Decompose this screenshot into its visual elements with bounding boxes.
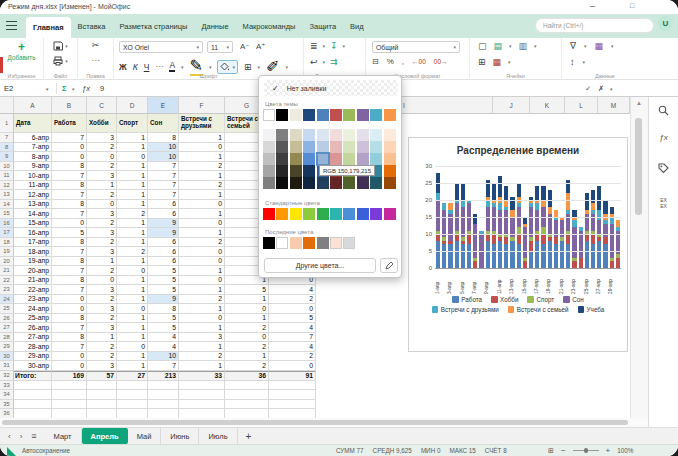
chart-bar[interactable]: [455, 183, 459, 268]
chart-bar[interactable]: [442, 203, 446, 268]
ribbon-tab-Вставка[interactable]: Вставка: [71, 14, 113, 38]
value-cell[interactable]: 5: [148, 266, 179, 276]
font-color-icon[interactable]: А: [169, 61, 175, 72]
recent-color-swatch[interactable]: [276, 237, 288, 249]
row-header-24[interactable]: 24: [0, 295, 14, 305]
value-cell[interactable]: 2: [179, 295, 225, 305]
confirm-icon[interactable]: ✓: [585, 82, 591, 95]
ribbon-tab-Данные[interactable]: Данные: [194, 14, 235, 38]
value-cell[interactable]: 8: [52, 200, 87, 210]
tint-swatch[interactable]: [330, 141, 342, 153]
row-header-15[interactable]: 15: [0, 209, 14, 219]
empty-cell[interactable]: [87, 381, 117, 391]
value-cell[interactable]: 6: [148, 238, 179, 248]
value-cell[interactable]: 9: [148, 219, 179, 229]
totals-value-cell[interactable]: 213: [148, 371, 179, 381]
cut-icon[interactable]: ✂: [92, 40, 100, 50]
insert-column-icon[interactable]: ▥: [519, 41, 528, 51]
tint-swatch[interactable]: [384, 165, 396, 177]
recent-color-swatch[interactable]: [263, 237, 275, 249]
chart-bar[interactable]: [510, 197, 514, 268]
sheet-tab-Май[interactable]: Май: [128, 428, 162, 444]
header-cell-1[interactable]: Дата: [14, 114, 52, 133]
tint-swatch[interactable]: [276, 153, 288, 165]
filter-icon[interactable]: ∇: [570, 41, 576, 51]
value-cell[interactable]: 8: [52, 276, 87, 286]
empty-cell[interactable]: [269, 409, 316, 418]
value-cell[interactable]: 0: [52, 352, 87, 362]
row-header-11[interactable]: 11: [0, 171, 14, 181]
standard-color-swatch[interactable]: [263, 208, 275, 220]
empty-cell[interactable]: [269, 390, 316, 400]
value-cell[interactable]: 10: [148, 352, 179, 362]
row-header-27[interactable]: 27: [0, 323, 14, 333]
value-cell[interactable]: 1: [179, 228, 225, 238]
chart-bar[interactable]: [585, 193, 589, 268]
comma-style-icon[interactable]: ,: [402, 57, 404, 66]
tint-swatch[interactable]: [384, 129, 396, 141]
column-header-A[interactable]: A: [14, 97, 52, 114]
totals-value-cell[interactable]: 91: [269, 371, 316, 381]
value-cell[interactable]: 2: [179, 238, 225, 248]
value-cell[interactable]: 1: [117, 200, 148, 210]
column-header-B[interactable]: B: [52, 97, 87, 114]
value-cell[interactable]: 2: [225, 323, 269, 333]
value-cell[interactable]: 0: [87, 276, 117, 286]
function-icon[interactable]: ƒx: [82, 82, 90, 95]
theme-color-swatch[interactable]: [370, 109, 382, 121]
row-header-32[interactable]: 32: [0, 371, 14, 381]
date-cell[interactable]: 28-апр: [14, 342, 52, 352]
column-header-E[interactable]: E: [148, 97, 179, 114]
sheet-tab-Июль[interactable]: Июль: [199, 428, 237, 444]
value-cell[interactable]: 3: [87, 171, 117, 181]
tint-swatch[interactable]: [330, 129, 342, 141]
value-cell[interactable]: 5: [52, 228, 87, 238]
date-cell[interactable]: 10-апр: [14, 171, 52, 181]
tint-swatch[interactable]: [303, 177, 315, 189]
value-cell[interactable]: 0: [179, 247, 225, 257]
value-cell[interactable]: 10: [148, 143, 179, 153]
theme-color-swatch[interactable]: [276, 109, 288, 121]
value-cell[interactable]: 7: [148, 162, 179, 172]
header-cell-3[interactable]: Хобби: [87, 114, 117, 133]
value-cell[interactable]: 1: [179, 171, 225, 181]
indent-icon[interactable]: ⇉: [330, 57, 338, 67]
name-box[interactable]: E2: [4, 82, 13, 95]
tint-swatch[interactable]: [343, 141, 355, 153]
tint-swatch[interactable]: [343, 153, 355, 165]
row-header-25[interactable]: 25: [0, 304, 14, 314]
value-cell[interactable]: 4: [269, 285, 316, 295]
header-cell-2[interactable]: Работа: [52, 114, 87, 133]
standard-color-swatch[interactable]: [343, 208, 355, 220]
ribbon-tab-Вид[interactable]: Вид: [343, 14, 371, 38]
totals-value-cell[interactable]: 27: [117, 371, 148, 381]
row-header-22[interactable]: 22: [0, 276, 14, 286]
value-cell[interactable]: 0: [52, 143, 87, 153]
tint-swatch[interactable]: [263, 141, 275, 153]
theme-color-swatch[interactable]: [290, 109, 302, 121]
date-cell[interactable]: 19-апр: [14, 257, 52, 267]
empty-cell[interactable]: [14, 381, 52, 391]
menu-icon[interactable]: [6, 21, 17, 30]
date-cell[interactable]: 21-апр: [14, 276, 52, 286]
select-all-corner[interactable]: [0, 97, 14, 114]
value-cell[interactable]: 2: [179, 162, 225, 172]
value-cell[interactable]: 0: [117, 152, 148, 162]
value-cell[interactable]: 1: [179, 285, 225, 295]
fill-color-button[interactable]: ▾: [217, 60, 238, 74]
row-header-35[interactable]: 35: [0, 400, 14, 410]
value-cell[interactable]: 1: [117, 257, 148, 267]
row-header-26[interactable]: 26: [0, 314, 14, 324]
chart-bar[interactable]: [473, 214, 477, 268]
chart-bar[interactable]: [436, 173, 440, 268]
value-cell[interactable]: 7: [52, 133, 87, 143]
date-cell[interactable]: 26-апр: [14, 323, 52, 333]
tint-swatch[interactable]: [370, 153, 382, 165]
sum-caret-icon[interactable]: ▾: [72, 82, 75, 95]
value-cell[interactable]: 3: [87, 361, 117, 371]
percent-icon[interactable]: %: [387, 57, 394, 66]
value-cell[interactable]: 1: [117, 333, 148, 343]
value-cell[interactable]: 0: [117, 266, 148, 276]
value-cell[interactable]: 6: [148, 257, 179, 267]
value-cell[interactable]: 7: [52, 209, 87, 219]
